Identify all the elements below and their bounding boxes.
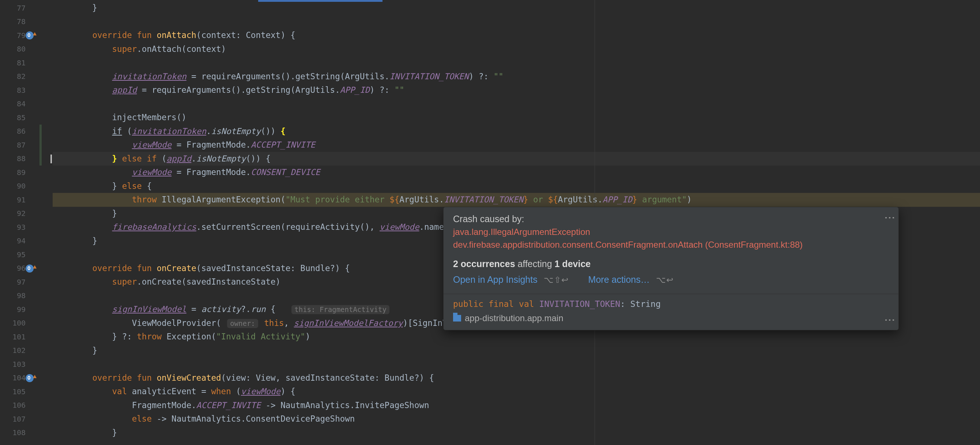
line-number[interactable]: 107 (0, 412, 37, 426)
line-number[interactable]: 85 (0, 111, 37, 125)
module-name: app-distribution.app.main (465, 313, 563, 323)
line-number-gutter[interactable]: 7778798081828384858687888990919293949596… (0, 0, 37, 445)
line-number[interactable]: 105 (0, 385, 37, 399)
more-shortcut: ⌥↩ (656, 275, 674, 285)
line-number[interactable]: 87 (0, 138, 37, 152)
code-line[interactable]: if (invitationToken.isNotEmpty()) { (52, 125, 980, 138)
code-line[interactable]: } (52, 344, 980, 358)
code-line[interactable]: } else { (52, 179, 980, 193)
line-number[interactable]: 89 (0, 166, 37, 179)
code-line[interactable]: injectMembers() (52, 111, 980, 125)
override-marker-icon[interactable] (25, 374, 33, 382)
declaration-preview: public final val INVITATION_TOKEN: Strin… (444, 294, 899, 310)
code-line[interactable]: else -> NautmAnalytics.ConsentDevicePage… (52, 412, 980, 426)
inline-hint: owner: (227, 319, 258, 328)
override-marker-icon[interactable] (25, 264, 33, 272)
override-marker-icon[interactable] (25, 32, 33, 40)
module-menu-icon[interactable]: ⋮ (888, 315, 892, 325)
code-line[interactable] (52, 357, 980, 371)
code-line[interactable]: val analyticEvent = when (viewMode) { (52, 385, 980, 399)
code-line[interactable]: throw IllegalArgumentException("Must pro… (52, 193, 980, 207)
code-line[interactable]: } else if (appId.isNotEmpty()) { (52, 152, 980, 166)
line-number[interactable]: 82 (0, 70, 37, 84)
line-number[interactable]: 78 (0, 15, 37, 29)
line-number[interactable]: 101 (0, 330, 37, 344)
crash-stats: 2 occurrences affecting 1 device (453, 259, 889, 269)
line-number[interactable]: 102 (0, 344, 37, 358)
line-number[interactable]: 92 (0, 207, 37, 221)
line-number[interactable]: 93 (0, 220, 37, 234)
code-line[interactable]: invitationToken = requireArguments().get… (52, 70, 980, 84)
line-number[interactable]: 77 (0, 1, 37, 15)
line-number[interactable]: 90 (0, 179, 37, 193)
line-number[interactable]: 100 (0, 317, 37, 330)
line-number[interactable]: 103 (0, 357, 37, 371)
line-number[interactable]: 99 (0, 302, 37, 317)
more-actions-link[interactable]: More actions… (589, 274, 650, 285)
code-line[interactable] (52, 15, 980, 29)
crash-exception: java.lang.IllegalArgumentException (453, 226, 889, 239)
code-line[interactable]: } (52, 426, 980, 440)
code-line[interactable]: override fun onAttach(context: Context) … (52, 29, 980, 43)
open-app-insights-link[interactable]: Open in App Insights (453, 274, 538, 285)
inline-hint: this: FragmentActivity (291, 305, 390, 314)
crash-location: dev.firebase.appdistribution.consent.Con… (453, 239, 889, 251)
code-editor[interactable]: 7778798081828384858687888990919293949596… (0, 0, 980, 445)
line-number[interactable]: 80 (0, 43, 37, 56)
popup-title: Crash caused by: (453, 214, 889, 224)
line-number[interactable]: 98 (0, 289, 37, 303)
code-line[interactable] (52, 56, 980, 70)
line-number[interactable]: 83 (0, 83, 37, 97)
code-line[interactable]: appId = requireArguments().getString(Arg… (52, 83, 980, 97)
line-number[interactable]: 91 (0, 193, 37, 207)
code-line[interactable]: } ?: throw Exception("Invalid Activity") (52, 330, 980, 344)
code-line[interactable]: super.onAttach(context) (52, 43, 980, 56)
line-number[interactable]: 106 (0, 399, 37, 412)
line-number[interactable]: 84 (0, 97, 37, 111)
devices-count: 1 device (555, 259, 591, 269)
line-number[interactable]: 86 (0, 125, 37, 138)
code-line[interactable]: } (52, 1, 980, 15)
line-number[interactable]: 94 (0, 234, 37, 248)
line-number[interactable]: 88 (0, 152, 37, 166)
code-line[interactable]: viewMode = FragmentMode.CONSENT_DEVICE (52, 166, 980, 179)
line-number[interactable]: 81 (0, 56, 37, 70)
popup-menu-icon[interactable]: ⋮ (888, 212, 892, 223)
gutter-markers (37, 0, 52, 445)
line-number[interactable]: 108 (0, 426, 37, 440)
line-number[interactable]: 95 (0, 248, 37, 261)
crash-insight-popup: ⋮ Crash caused by: java.lang.IllegalArgu… (443, 207, 899, 330)
line-number[interactable]: 97 (0, 275, 37, 289)
code-line[interactable]: override fun onViewCreated(view: View, s… (52, 371, 980, 385)
module-icon (453, 315, 461, 321)
code-line[interactable]: viewMode = FragmentMode.ACCEPT_INVITE (52, 138, 980, 152)
open-shortcut: ⌥⇧↩ (544, 275, 569, 285)
code-line[interactable]: FragmentMode.ACCEPT_INVITE -> NautmAnaly… (52, 399, 980, 412)
occurrences-count: 2 occurrences (453, 259, 515, 269)
code-line[interactable] (52, 97, 980, 111)
